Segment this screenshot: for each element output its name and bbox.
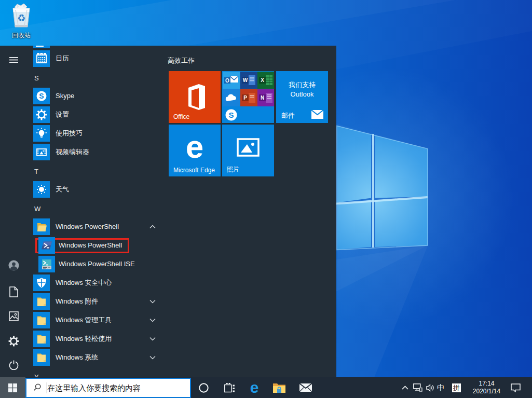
word-icon: W: [240, 72, 257, 89]
recycle-bin-desktop-icon[interactable]: ♻ 回收站: [6, 3, 36, 40]
file-explorer-icon: [273, 382, 285, 393]
app-item-label: Windows PowerShell: [59, 237, 122, 254]
recycle-bin-icon: ♻: [9, 3, 33, 29]
volume-icon: [426, 384, 435, 392]
search-input[interactable]: [47, 379, 187, 397]
app-list-item-Windows-附件[interactable]: Windows 附件: [0, 293, 166, 312]
app-list-section-letter-T[interactable]: T: [0, 162, 166, 181]
app-list-item-Windows-安全中心[interactable]: Windows 安全中心: [0, 275, 166, 293]
section-letter-label: S: [34, 69, 39, 88]
mini-tile-skype[interactable]: S: [223, 106, 240, 123]
mini-tile-powerpoint[interactable]: P: [240, 89, 257, 106]
app-list-item-Windows-PowerShell[interactable]: Windows PowerShell: [0, 218, 166, 237]
chevron-down-icon[interactable]: [149, 298, 156, 305]
taskbar-search-box[interactable]: [25, 378, 191, 398]
start-menu: 日历SSSkype 设置 使用技巧 视频编辑器T 天气W Windows Pow…: [0, 46, 336, 377]
app-list-item-Skype[interactable]: SSkype: [0, 88, 166, 106]
chevron-up-icon: [402, 386, 408, 390]
app-item-label: 视频编辑器: [56, 144, 89, 160]
calendar-icon: [33, 50, 50, 67]
chevron-up-icon[interactable]: [149, 224, 156, 230]
taskbar-clock[interactable]: 17:14 2020/1/14: [465, 377, 509, 398]
folder-icon: [33, 349, 50, 366]
start-button[interactable]: [0, 377, 25, 398]
tile-photos[interactable]: 照片: [222, 125, 274, 176]
app-list-item-视频编辑器[interactable]: 视频编辑器: [0, 144, 166, 162]
mail-icon: [299, 383, 312, 392]
chevron-down-icon[interactable]: [149, 317, 156, 323]
section-letter-label: Y: [34, 368, 39, 377]
svg-text:W: W: [242, 77, 248, 83]
file-explorer-button[interactable]: [271, 377, 288, 398]
app-list-section-letter-S[interactable]: S: [0, 69, 166, 88]
tile-microsoft-edge[interactable]: e Microsoft Edge: [169, 125, 221, 176]
windows-start-icon: [8, 383, 17, 392]
search-icon: [34, 383, 41, 391]
ime-language-indicator[interactable]: 中: [437, 377, 445, 398]
tile-mail-label: 邮件: [281, 111, 295, 120]
mini-tile-excel[interactable]: X: [257, 72, 274, 89]
tile-mail[interactable]: 我们支持 Outlook 邮件: [276, 71, 328, 123]
app-list-item-日历[interactable]: 日历: [0, 50, 166, 69]
task-view-icon: [224, 383, 235, 393]
app-list-section-letter-W[interactable]: W: [0, 200, 166, 218]
app-item-label: Skype: [56, 88, 74, 104]
app-list-item-Windows-管理工具[interactable]: Windows 管理工具: [0, 312, 166, 331]
outlook-icon: O: [223, 72, 240, 89]
tray-date: 2020/1/14: [465, 388, 509, 395]
cortana-icon: [199, 383, 209, 393]
mail-taskbar-button[interactable]: [297, 377, 314, 398]
excel-icon: X: [257, 72, 274, 89]
mini-tile-onenote[interactable]: N: [257, 89, 274, 106]
tile-office-apps-group[interactable]: OWXPNS: [222, 71, 274, 123]
ime-mode-indicator[interactable]: 拼: [452, 383, 461, 392]
tray-network-button[interactable]: [412, 377, 424, 398]
section-letter-label: T: [34, 162, 38, 181]
action-center-icon: [511, 383, 521, 392]
task-view-button[interactable]: [221, 377, 238, 398]
chevron-down-icon[interactable]: [149, 354, 156, 361]
recycle-bin-label: 回收站: [6, 31, 36, 40]
edge-logo: e: [169, 131, 221, 163]
tile-office[interactable]: Office: [169, 71, 221, 123]
svg-text:O: O: [225, 78, 229, 84]
mail-envelope-icon: [311, 110, 323, 119]
app-list-item-Windows-PowerShell-ISE[interactable]: Windows PowerShell ISE: [0, 256, 166, 275]
weather-icon: [33, 181, 50, 198]
svg-text:♻: ♻: [17, 12, 25, 23]
app-list-item-使用技巧[interactable]: 使用技巧: [0, 125, 166, 144]
mini-tile-outlook[interactable]: O: [223, 72, 240, 89]
app-item-label: Windows PowerShell: [56, 218, 119, 235]
folder-open-icon: [33, 218, 50, 235]
app-list-item-Windows-轻松使用[interactable]: Windows 轻松使用: [0, 331, 166, 349]
app-list-item-Windows-系统[interactable]: Windows 系统: [0, 349, 166, 368]
app-list-item-Windows-PowerShell[interactable]: Windows PowerShell: [0, 237, 166, 256]
section-letter-label: W: [34, 200, 40, 218]
tips-icon: [33, 125, 50, 142]
folder-icon: [33, 312, 50, 328]
mini-tile-onedrive[interactable]: [223, 89, 240, 106]
folder-icon: [33, 293, 50, 310]
tray-volume-button[interactable]: [425, 377, 436, 398]
svg-text:S: S: [39, 92, 44, 100]
chevron-down-icon[interactable]: [149, 336, 156, 342]
svg-text:P: P: [243, 95, 247, 101]
edge-taskbar-button[interactable]: e: [246, 377, 263, 398]
network-icon: [413, 383, 422, 392]
app-item-label: 天气: [56, 181, 69, 198]
app-list-section-letter-Y[interactable]: Y: [0, 368, 166, 377]
start-menu-app-list: 日历SSSkype 设置 使用技巧 视频编辑器T 天气W Windows Pow…: [0, 46, 166, 377]
powershell-ise-icon: [38, 256, 55, 272]
app-item-label: 日历: [56, 50, 69, 67]
tray-time: 17:14: [465, 380, 509, 388]
mini-tile-word[interactable]: W: [240, 72, 257, 89]
svg-text:N: N: [261, 95, 264, 101]
tray-show-hidden-icons-button[interactable]: [399, 377, 411, 398]
cortana-button[interactable]: [195, 377, 212, 398]
app-list-item-设置[interactable]: 设置: [0, 106, 166, 125]
app-item-label: 设置: [56, 106, 69, 123]
app-list-clipped-tile: [0, 46, 166, 50]
app-list-item-天气[interactable]: 天气: [0, 181, 166, 200]
video-icon: [33, 144, 50, 160]
action-center-button[interactable]: [509, 377, 522, 398]
